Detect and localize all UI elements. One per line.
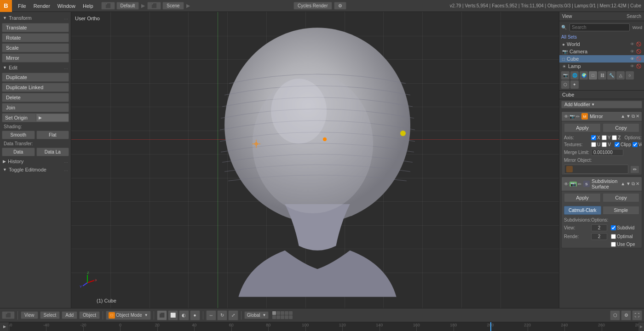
world-restrict-icon[interactable]: 🚫	[636, 42, 641, 46]
global-icon-btn[interactable]: ⬛	[2, 311, 15, 319]
subsurf-delete-icon[interactable]: ✕	[636, 181, 639, 187]
shade-mat-btn[interactable]: ◐	[179, 310, 189, 320]
keying-btn[interactable]: ⬡	[610, 310, 620, 320]
u-check[interactable]: U	[591, 142, 600, 147]
mode-dropdown[interactable]: □ Object Mode ▼	[106, 311, 151, 320]
all-sets-tab[interactable]: All Sets	[561, 34, 577, 40]
layer-4[interactable]	[285, 311, 288, 315]
menu-help[interactable]: Help	[80, 2, 97, 10]
mirror-delete-icon[interactable]: ✕	[636, 114, 639, 119]
mirror-btn[interactable]: Mirror	[2, 53, 69, 63]
outliner-search-btn[interactable]: Search	[627, 14, 641, 19]
engine-select[interactable]: Cycles Render	[293, 2, 332, 10]
mirror-copy-icon[interactable]: ⧉	[632, 114, 635, 119]
shade-solid-btn[interactable]: ⬛	[157, 310, 167, 320]
subsurf-copy-btn[interactable]: Copy	[603, 193, 639, 202]
layer-6[interactable]	[272, 315, 276, 319]
cube-restrict-icon[interactable]: 🚫	[636, 57, 641, 61]
mirror-visibility-toggle[interactable]: 👁	[564, 114, 569, 119]
optimal-check[interactable]: Optimal	[611, 234, 632, 239]
prop-texture-icon[interactable]: ⬡	[561, 80, 569, 89]
prop-constraints-icon[interactable]: ⛓	[598, 71, 606, 80]
simple-tab[interactable]: Simple	[603, 206, 640, 215]
options-btn[interactable]: ⚙	[621, 310, 631, 320]
object-menu-btn[interactable]: Object	[79, 311, 100, 319]
edit-section[interactable]: ▼ Edit …	[0, 63, 71, 72]
prop-material-icon[interactable]: ○	[626, 71, 634, 80]
layer-5[interactable]	[289, 311, 293, 315]
prop-object-icon[interactable]: □	[589, 71, 597, 80]
subsurf-edit-toggle[interactable]: ✏	[578, 182, 581, 187]
data-la-btn[interactable]: Data La	[36, 148, 69, 156]
world-eye-icon[interactable]: 👁	[630, 42, 634, 46]
view-menu-btn[interactable]: View	[21, 311, 38, 319]
duplicate-linked-btn[interactable]: Duplicate Linked	[2, 83, 69, 92]
prop-particles-icon[interactable]: ✦	[570, 80, 579, 89]
prop-modifiers-icon[interactable]: 🔧	[607, 71, 615, 80]
timeline-cursor[interactable]	[490, 322, 491, 331]
mirror-copy-btn[interactable]: Copy	[603, 123, 639, 132]
prop-data-icon[interactable]: △	[616, 71, 625, 80]
editor-type-btn[interactable]: ⬛	[101, 2, 115, 10]
scene-type-btn[interactable]: ⬛	[147, 2, 161, 10]
transform-scale-btn[interactable]: ⤢	[228, 310, 238, 320]
lamp-restrict-icon[interactable]: 🚫	[636, 64, 641, 68]
viewport[interactable]: User Ortho X Z Y (1) Cube	[71, 12, 559, 308]
camera-eye-icon[interactable]: 👁	[630, 49, 634, 54]
x-axis-check[interactable]: X	[591, 135, 600, 140]
mirror-edit-toggle[interactable]: ✏	[576, 114, 580, 119]
timeline-track[interactable]: -60-40-200204060801001201401601802002202…	[9, 322, 638, 331]
smooth-btn[interactable]: Smooth	[2, 131, 35, 139]
engine-options[interactable]: ⚙	[334, 2, 346, 10]
layer-7[interactable]	[276, 315, 280, 319]
subsurf-copy-icon[interactable]: ⧉	[632, 181, 635, 187]
menu-file[interactable]: File	[15, 2, 29, 10]
flat-btn[interactable]: Flat	[36, 131, 69, 139]
timeline-scroll[interactable]: ▶	[638, 322, 644, 331]
default-layout-btn[interactable]: Default	[116, 2, 139, 10]
duplicate-btn[interactable]: Duplicate	[2, 73, 69, 82]
y-axis-check[interactable]: Y	[602, 135, 611, 140]
camera-restrict-icon[interactable]: 🚫	[636, 49, 641, 54]
add-menu-btn[interactable]: Add	[62, 311, 77, 319]
layer-2[interactable]	[276, 311, 280, 315]
merge-limit-field[interactable]	[591, 149, 623, 156]
delete-btn[interactable]: Delete	[2, 93, 69, 102]
layer-3[interactable]	[281, 311, 284, 315]
subsurf-visibility-toggle[interactable]: 👁	[564, 182, 569, 187]
global-dropdown[interactable]: Global ▼	[244, 311, 269, 319]
transform-move-btn[interactable]: ↔	[206, 310, 216, 320]
mirror-render-toggle[interactable]: 📷	[569, 114, 575, 119]
data-btn[interactable]: Data	[2, 148, 35, 156]
subsurf-apply-btn[interactable]: Apply	[564, 193, 601, 202]
screen-btn[interactable]: ⛶	[632, 310, 642, 320]
use-ope-check[interactable]: Use Ope	[611, 242, 635, 247]
cube-eye-icon[interactable]: 👁	[630, 57, 634, 61]
subsurf-up-icon[interactable]: ▲	[621, 181, 625, 187]
scale-btn[interactable]: Scale	[2, 43, 69, 52]
outliner-item-cube[interactable]: □ Cube 👁 🚫	[559, 55, 644, 63]
vert-check[interactable]: Vert	[632, 142, 642, 147]
rotate-btn[interactable]: Rotate	[2, 33, 69, 42]
subdivid-check[interactable]: Subdivid	[611, 225, 634, 230]
set-origin-dropdown[interactable]: Set Origin ▶	[2, 113, 69, 122]
mirror-object-field[interactable]	[564, 165, 628, 174]
mirror-up-icon[interactable]: ▲	[621, 114, 625, 119]
scene-btn[interactable]: Scene	[162, 2, 184, 10]
toggle-editmode-section[interactable]: ▼ Toggle Editmode …	[0, 166, 71, 174]
prop-world-icon[interactable]: 🌍	[580, 71, 588, 80]
catmull-clark-tab[interactable]: Catmull-Clark	[564, 206, 601, 215]
outliner-item-camera[interactable]: 📷 Camera 👁 🚫	[559, 48, 644, 55]
view-value-field[interactable]	[591, 224, 607, 231]
shade-render-btn[interactable]: ●	[190, 310, 200, 320]
layer-1[interactable]	[272, 311, 276, 315]
translate-btn[interactable]: Translate	[2, 23, 69, 32]
menu-render[interactable]: Render	[30, 2, 53, 10]
menu-window[interactable]: Window	[54, 2, 79, 10]
layer-10[interactable]	[289, 315, 293, 319]
add-modifier-btn[interactable]: Add Modifier ▼	[561, 101, 642, 108]
outliner-item-lamp[interactable]: ☀ Lamp 👁 🚫	[559, 63, 644, 70]
shade-wire-btn[interactable]: ⬜	[168, 310, 178, 320]
transform-section[interactable]: ▼ Transform …	[0, 14, 71, 22]
subsurf-down-icon[interactable]: ▼	[626, 181, 631, 187]
